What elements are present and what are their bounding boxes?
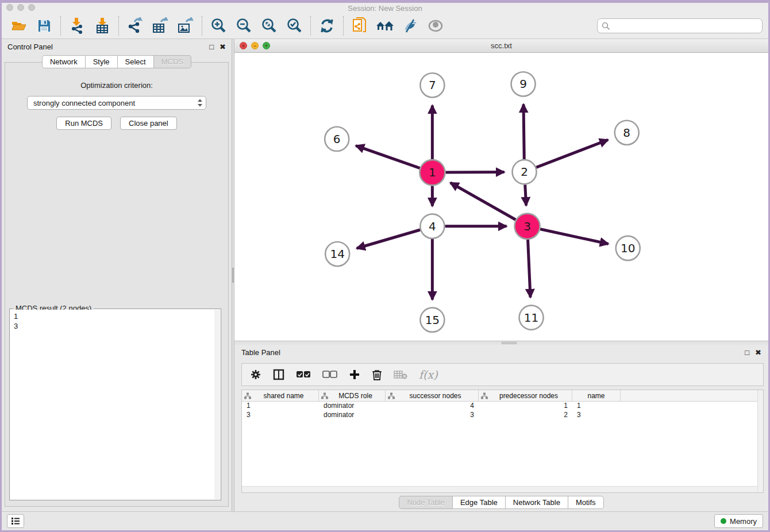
zoom-in-button[interactable] bbox=[208, 16, 229, 36]
export-network-button[interactable] bbox=[125, 16, 145, 36]
edge-3-10[interactable] bbox=[540, 229, 608, 244]
edge-2-3[interactable] bbox=[525, 184, 526, 205]
apply-layout-button[interactable] bbox=[317, 16, 337, 36]
open-session-button[interactable] bbox=[9, 16, 29, 36]
table-cell[interactable]: 4 bbox=[386, 402, 479, 411]
table-row[interactable]: 1dominator411 bbox=[242, 402, 763, 411]
table-cell[interactable]: 3 bbox=[386, 411, 479, 420]
task-history-button[interactable] bbox=[7, 514, 24, 528]
node-9[interactable]: 9 bbox=[511, 72, 536, 96]
network-minimize-button[interactable]: − bbox=[251, 42, 259, 49]
column-header-shared-name[interactable]: shared name bbox=[242, 390, 319, 401]
node-10[interactable]: 10 bbox=[616, 236, 640, 260]
network-graph[interactable]: 7968124314101511 bbox=[234, 53, 768, 341]
column-header-name[interactable]: name bbox=[572, 390, 621, 401]
horizontal-splitter[interactable] bbox=[234, 341, 768, 345]
table-cell[interactable]: 1 bbox=[572, 402, 621, 411]
column-tree-icon bbox=[481, 392, 488, 399]
table-cell[interactable]: 2 bbox=[479, 411, 572, 420]
table-cell[interactable]: 1 bbox=[479, 402, 572, 411]
node-1[interactable]: 1 bbox=[419, 160, 445, 185]
tab-select[interactable]: Select bbox=[118, 55, 154, 68]
clone-network-button[interactable] bbox=[349, 16, 370, 36]
table-vertical-scrollbar[interactable] bbox=[757, 390, 763, 492]
table-horizontal-scrollbar[interactable] bbox=[242, 486, 757, 492]
table-cell[interactable]: 3 bbox=[572, 411, 621, 420]
node-3[interactable]: 3 bbox=[515, 214, 540, 239]
node-7[interactable]: 7 bbox=[420, 73, 444, 97]
import-table-button[interactable] bbox=[92, 16, 113, 36]
close-panel-button[interactable]: Close panel bbox=[120, 117, 177, 130]
tab-style[interactable]: Style bbox=[86, 55, 118, 68]
tab-motifs[interactable]: Motifs bbox=[568, 496, 604, 509]
minimize-window-button[interactable] bbox=[17, 4, 24, 11]
table-cell[interactable]: 3 bbox=[242, 411, 319, 420]
tab-mcds[interactable]: MCDS bbox=[154, 55, 191, 68]
network-zoom-button[interactable]: + bbox=[263, 42, 270, 49]
network-canvas[interactable]: 7968124314101511 bbox=[234, 53, 768, 341]
memory-button[interactable]: Memory bbox=[714, 514, 763, 528]
column-header-predecessor-nodes[interactable]: predecessor nodes bbox=[479, 390, 572, 401]
birds-eye-view-button[interactable] bbox=[425, 16, 446, 36]
delete-columns-button[interactable] bbox=[372, 369, 382, 380]
save-session-button[interactable] bbox=[34, 16, 55, 36]
edge-2-9[interactable] bbox=[523, 105, 524, 160]
edge-2-8[interactable] bbox=[536, 140, 608, 167]
show-column-panel-icon bbox=[273, 369, 284, 380]
tab-network[interactable]: Network bbox=[42, 55, 86, 68]
edge-3-11[interactable] bbox=[528, 240, 530, 298]
close-window-button[interactable] bbox=[6, 4, 13, 11]
float-panel-icon[interactable]: □ bbox=[209, 43, 214, 51]
delete-table-button[interactable] bbox=[394, 370, 407, 379]
edge-1-6[interactable] bbox=[356, 146, 419, 168]
node-8[interactable]: 8 bbox=[615, 121, 639, 145]
tab-node-table[interactable]: Node Table bbox=[399, 496, 453, 509]
node-4[interactable]: 4 bbox=[420, 214, 444, 238]
splitter-handle[interactable] bbox=[232, 268, 234, 283]
select-all-columns-button[interactable] bbox=[296, 371, 311, 379]
run-mcds-button[interactable]: Run MCDS bbox=[56, 117, 111, 130]
create-column-button[interactable] bbox=[349, 369, 360, 380]
import-network-button[interactable] bbox=[67, 16, 87, 36]
splitter-handle[interactable] bbox=[502, 342, 517, 344]
criterion-select[interactable]: strongly connected component bbox=[27, 96, 206, 110]
column-header-label: successor nodes bbox=[395, 392, 476, 400]
zoom-window-button[interactable] bbox=[28, 4, 35, 11]
node-14[interactable]: 14 bbox=[325, 242, 349, 266]
zoom-selected-button[interactable] bbox=[284, 16, 305, 36]
node-6[interactable]: 6 bbox=[325, 127, 349, 151]
edge-1-2[interactable] bbox=[445, 172, 504, 172]
zoom-fit-icon bbox=[260, 17, 278, 34]
close-panel-icon[interactable]: ✖ bbox=[755, 349, 761, 356]
function-builder-button[interactable]: f(x) bbox=[419, 368, 438, 381]
node-15[interactable]: 15 bbox=[420, 308, 444, 332]
column-header-MCDS-role[interactable]: MCDS role bbox=[319, 390, 386, 401]
search-input[interactable] bbox=[597, 18, 763, 33]
zoom-fit-button[interactable] bbox=[259, 16, 279, 36]
float-panel-icon[interactable]: □ bbox=[745, 349, 749, 356]
unselect-all-columns-button[interactable] bbox=[322, 371, 337, 379]
memory-label: Memory bbox=[730, 517, 757, 526]
column-header-successor-nodes[interactable]: successor nodes bbox=[386, 390, 479, 401]
table-options-button[interactable] bbox=[250, 369, 261, 380]
table-cell[interactable]: dominator bbox=[319, 411, 386, 420]
tab-network-table[interactable]: Network Table bbox=[506, 496, 568, 509]
network-close-button[interactable]: × bbox=[240, 42, 247, 49]
export-table-button[interactable] bbox=[150, 16, 171, 36]
node-11[interactable]: 11 bbox=[519, 306, 544, 330]
edge-3-1[interactable] bbox=[451, 183, 516, 219]
edge-4-14[interactable] bbox=[357, 230, 420, 248]
table-cell[interactable]: dominator bbox=[319, 402, 386, 411]
first-neighbors-button[interactable] bbox=[375, 16, 395, 36]
result-scrollbar[interactable] bbox=[214, 310, 220, 499]
table-row[interactable]: 3dominator323 bbox=[242, 411, 763, 420]
table-cell[interactable]: 1 bbox=[242, 402, 319, 411]
show-column-panel-button[interactable] bbox=[273, 369, 284, 380]
tab-edge-table[interactable]: Edge Table bbox=[453, 496, 506, 509]
zoom-out-button[interactable] bbox=[233, 16, 254, 36]
show-graphics-details-button[interactable] bbox=[400, 16, 421, 36]
mcds-result-list[interactable]: 13 bbox=[10, 310, 220, 499]
close-panel-icon[interactable]: ✖ bbox=[220, 43, 226, 51]
export-image-button[interactable] bbox=[175, 16, 196, 36]
node-2[interactable]: 2 bbox=[513, 160, 537, 184]
